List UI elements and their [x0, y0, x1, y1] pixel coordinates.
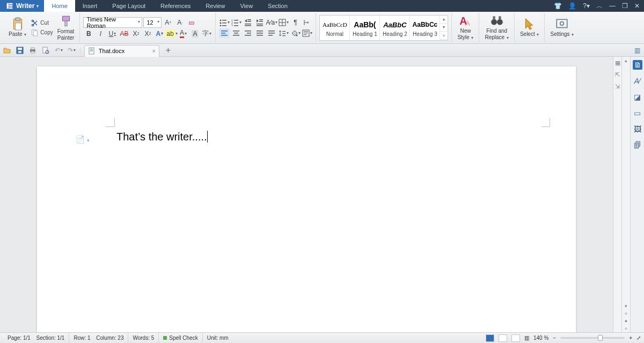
scroll-down-icon[interactable]: ▾ [622, 302, 630, 310]
pane-font-icon[interactable]: A⁄ [633, 76, 642, 86]
eye-protect-icon[interactable]: ▥ [524, 335, 529, 341]
bullets-button[interactable]: ▾ [219, 18, 230, 27]
font-name-select[interactable]: Times New Roman▾ [83, 17, 142, 28]
status-page[interactable]: Page: 1/1 Section: 1/1 [3, 333, 69, 343]
open-button[interactable] [2, 46, 12, 55]
scroll-up-icon[interactable]: ▴ [622, 57, 630, 64]
change-case-button[interactable]: A⁄a▾ [266, 18, 277, 27]
styles-scroll[interactable]: ▴▾▿ [440, 16, 448, 40]
vertical-scrollbar[interactable]: ▴ ▾ « ● » [621, 57, 630, 332]
styles-gallery[interactable]: AaBbCcDNormal AaBb(Heading 1 AaBbCHeadin… [319, 15, 448, 41]
zoom-slider[interactable] [560, 337, 625, 339]
tab-review[interactable]: Review [198, 0, 232, 12]
zoom-thumb[interactable] [598, 335, 603, 341]
align-right-button[interactable] [243, 28, 253, 38]
ruler-marker2-icon[interactable]: ⇲ [614, 83, 621, 90]
new-style-button[interactable]: AA New Style ▾ [455, 13, 475, 42]
page[interactable]: 📄 ▾ That’s the writer..... [37, 66, 576, 332]
status-spellcheck[interactable]: Spell Check [159, 333, 202, 343]
fit-page-button[interactable]: ⤢ [636, 335, 641, 341]
prev-page-icon[interactable]: « [622, 310, 630, 317]
style-normal[interactable]: AaBbCcDNormal [320, 16, 350, 40]
pane-shapes-icon[interactable]: ◪ [633, 92, 642, 102]
status-cursor[interactable]: Row: 1 Column: 23 [69, 333, 128, 343]
italic-button[interactable]: I [95, 29, 106, 39]
paragraph-layout-button[interactable]: ▾ [302, 28, 312, 38]
user-icon[interactable]: 👤 [568, 2, 576, 10]
text-effects-button[interactable]: A ▾ [154, 29, 165, 39]
document-tab[interactable]: That.docx × [84, 45, 159, 57]
highlight-button[interactable]: ab▾ [166, 29, 177, 39]
grow-font-button[interactable]: A+ [163, 18, 173, 27]
minimize-ribbon-icon[interactable]: ︿ [596, 2, 603, 11]
view-page-button[interactable] [486, 334, 494, 342]
styles-expand-icon[interactable]: ▿ [440, 32, 448, 40]
pane-clipboard-icon[interactable]: 🖼 [633, 124, 642, 134]
justify-button[interactable] [254, 28, 265, 38]
undo-button[interactable]: ↶▾ [54, 46, 63, 55]
pane-doc-icon[interactable]: 🗎 [633, 60, 642, 70]
print-button[interactable] [28, 46, 38, 55]
tab-stops-button[interactable] [302, 18, 312, 27]
document-body[interactable]: That’s the writer..... [116, 131, 208, 143]
view-outline-button[interactable] [499, 334, 507, 342]
ruler-toggle-icon[interactable]: ▦ [614, 59, 621, 66]
tab-overflow-button[interactable]: ▥ [632, 46, 642, 55]
copy-button[interactable]: Copy [31, 28, 53, 37]
style-heading2[interactable]: AaBbCHeading 2 [380, 16, 410, 40]
bold-button[interactable]: B [83, 29, 94, 39]
skin-icon[interactable]: 👕 [554, 2, 562, 10]
next-page-icon[interactable]: » [622, 325, 630, 332]
pane-backup-icon[interactable]: 🗐 [633, 140, 642, 150]
chevron-down-icon[interactable]: ▾ [440, 24, 448, 32]
style-heading1[interactable]: AaBb(Heading 1 [350, 16, 380, 40]
distribute-button[interactable] [266, 28, 277, 38]
chevron-up-icon[interactable]: ▴ [440, 16, 448, 24]
status-words[interactable]: Words: 5 [128, 333, 159, 343]
cut-button[interactable]: Cut [31, 19, 53, 27]
align-left-button[interactable] [219, 28, 230, 38]
superscript-button[interactable]: X2 [130, 29, 141, 39]
font-size-select[interactable]: 12▾ [143, 17, 162, 28]
paragraph-handle-icon[interactable]: 📄 ▾ [76, 135, 90, 144]
enclose-char-button[interactable]: 字▾ [201, 29, 212, 39]
increase-indent-button[interactable] [254, 18, 265, 27]
zoom-out-button[interactable]: − [553, 335, 556, 341]
subscript-button[interactable]: X2 [142, 29, 153, 39]
character-shading-button[interactable]: A [189, 29, 200, 39]
print-preview-button[interactable] [41, 46, 50, 55]
tab-home[interactable]: Home [44, 0, 75, 12]
tab-references[interactable]: References [153, 0, 198, 12]
view-web-button[interactable] [511, 334, 520, 342]
clear-format-button[interactable] [186, 18, 197, 27]
status-unit[interactable]: Unit: mm [203, 333, 233, 343]
style-heading3[interactable]: AaBbCcHeading 3 [410, 16, 440, 40]
help-icon[interactable]: ?▾ [583, 2, 590, 10]
align-center-button[interactable] [231, 28, 241, 38]
format-painter-button[interactable]: Format Painter [55, 13, 77, 42]
tab-insert[interactable]: Insert [75, 0, 105, 12]
shading-button[interactable]: ▾ [290, 28, 301, 38]
ruler-marker-icon[interactable]: ⇱ [614, 71, 621, 78]
select-button[interactable]: Select ▾ [518, 16, 541, 39]
pane-layout-icon[interactable]: ▭ [633, 108, 642, 118]
tab-page-layout[interactable]: Page Layout [105, 0, 153, 12]
find-replace-button[interactable]: Find and Replace ▾ [482, 13, 510, 42]
settings-button[interactable]: Settings ▾ [548, 16, 576, 39]
borders-button[interactable]: ▾ [278, 18, 289, 27]
minimize-window-icon[interactable]: — [609, 2, 616, 10]
underline-button[interactable]: U ▾ [107, 29, 118, 39]
save-button[interactable] [15, 46, 25, 55]
document-viewport[interactable]: 📄 ▾ That’s the writer..... [0, 57, 613, 332]
font-color-button[interactable]: A▾ [178, 29, 188, 39]
show-marks-button[interactable]: ¶ [290, 18, 301, 27]
redo-button[interactable]: ↷▾ [67, 46, 76, 55]
shrink-font-button[interactable]: A- [174, 18, 185, 27]
line-spacing-button[interactable]: ▾ [278, 28, 289, 38]
close-window-icon[interactable]: ✕ [634, 2, 640, 10]
zoom-in-button[interactable]: + [629, 335, 632, 341]
tab-section[interactable]: Section [260, 0, 295, 12]
close-tab-button[interactable]: × [152, 48, 155, 54]
new-tab-button[interactable]: + [163, 46, 174, 55]
maximize-window-icon[interactable]: ❐ [622, 2, 628, 10]
